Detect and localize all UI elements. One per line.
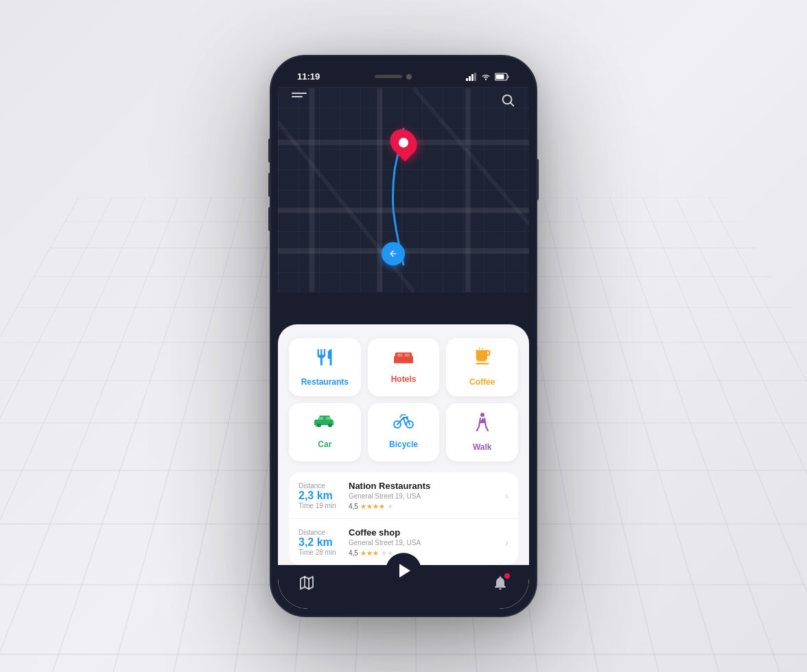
svg-line-17	[511, 103, 513, 106]
map-nav-button[interactable]	[299, 575, 315, 595]
menu-button[interactable]	[292, 93, 307, 97]
place-2-arrow: ›	[505, 537, 508, 548]
phone-mockup: 11:19	[270, 55, 537, 617]
hotels-label: Hotels	[391, 374, 417, 384]
bicycle-icon	[393, 413, 414, 434]
bottom-sheet: Restaurants Hotels	[278, 324, 529, 609]
bicycle-label: Bicycle	[389, 440, 418, 449]
place-2-km: 3,2 km	[299, 537, 343, 548]
place-2-distance-label: Distance	[299, 529, 343, 536]
svg-rect-1	[469, 76, 471, 81]
place-1-info: Nation Restaurants General Street 19, US…	[343, 481, 505, 510]
place-1-stars: ★★★★	[360, 503, 385, 510]
status-icons	[466, 73, 510, 81]
place-1-rating-value: 4,5	[349, 503, 358, 510]
category-grid: Restaurants Hotels	[289, 338, 518, 461]
svg-rect-24	[316, 420, 333, 424]
map-area	[278, 87, 529, 293]
coffee-icon	[473, 348, 492, 372]
category-coffee[interactable]: Coffee	[446, 338, 518, 396]
category-hotels[interactable]: Hotels	[368, 338, 440, 396]
current-location-pin	[382, 242, 405, 265]
place-2-time: Time 28 min	[299, 549, 343, 556]
walk-icon	[476, 413, 489, 437]
place-2-rating-value: 4,5	[349, 549, 358, 557]
restaurants-label: Restaurants	[301, 377, 349, 387]
notification-badge	[504, 573, 510, 579]
svg-point-4	[485, 79, 487, 80]
pin-blue-circle	[382, 242, 405, 265]
hotels-icon	[394, 348, 413, 369]
place-1-distance: Distance 2,3 km Time 19 min	[299, 482, 343, 509]
place-1-address: General Street 19, USA	[349, 492, 500, 500]
notifications-button[interactable]	[492, 575, 508, 595]
category-car[interactable]: Car	[289, 403, 361, 461]
svg-rect-26	[326, 417, 331, 420]
place-2-stars: ★★★	[360, 549, 379, 557]
wifi-icon	[480, 73, 491, 81]
car-label: Car	[318, 440, 331, 449]
svg-rect-0	[466, 78, 468, 81]
place-2-address: General Street 19, USA	[349, 539, 500, 547]
map-header	[278, 87, 529, 117]
place-1-rating: 4,5 ★★★★ ★	[349, 503, 500, 510]
place-2-info: Coffee shop General Street 19, USA 4,5 ★…	[343, 527, 505, 557]
svg-point-30	[480, 413, 484, 417]
signal-icon	[466, 73, 477, 81]
status-time: 11:19	[297, 71, 320, 82]
place-1-km: 2,3 km	[299, 490, 343, 501]
place-1-distance-label: Distance	[299, 482, 343, 490]
place-2-distance: Distance 3,2 km Time 28 min	[299, 529, 343, 556]
restaurants-icon	[315, 348, 334, 372]
svg-rect-21	[405, 354, 410, 357]
walk-label: Walk	[473, 442, 492, 452]
status-bar: 11:19	[278, 63, 529, 87]
place-2-name: Coffee shop	[349, 527, 500, 538]
destination-pin	[391, 128, 416, 157]
status-notch	[375, 74, 412, 80]
places-list: Distance 2,3 km Time 19 min Nation Resta…	[289, 472, 518, 565]
svg-point-29	[406, 416, 408, 419]
place-1-time: Time 19 min	[299, 502, 343, 509]
place-2-empty-stars: ★★	[381, 549, 393, 557]
place-1-arrow: ›	[505, 490, 508, 501]
svg-rect-3	[474, 73, 476, 81]
coffee-label: Coffee	[469, 377, 495, 387]
svg-rect-25	[318, 417, 323, 420]
svg-rect-7	[496, 74, 504, 79]
category-walk[interactable]: Walk	[446, 403, 518, 461]
place-2-rating: 4,5 ★★★ ★★	[349, 549, 500, 557]
play-button[interactable]	[386, 553, 421, 588]
notch-bar	[375, 75, 402, 78]
category-bicycle[interactable]: Bicycle	[368, 403, 440, 461]
search-button[interactable]	[500, 93, 515, 111]
phone-frame: 11:19	[270, 55, 537, 617]
svg-marker-31	[301, 577, 313, 589]
bottom-nav	[278, 565, 529, 609]
play-icon	[399, 564, 410, 577]
place-item-1[interactable]: Distance 2,3 km Time 19 min Nation Resta…	[289, 472, 518, 519]
category-restaurants[interactable]: Restaurants	[289, 338, 361, 396]
place-1-name: Nation Restaurants	[349, 481, 500, 491]
place-1-empty-stars: ★	[387, 503, 393, 510]
car-icon	[314, 413, 335, 434]
svg-rect-6	[508, 75, 509, 78]
battery-icon	[495, 73, 510, 81]
svg-rect-2	[471, 74, 473, 81]
svg-rect-20	[397, 354, 402, 357]
phone-screen: 11:19	[278, 63, 529, 609]
notch-dot	[406, 74, 412, 80]
